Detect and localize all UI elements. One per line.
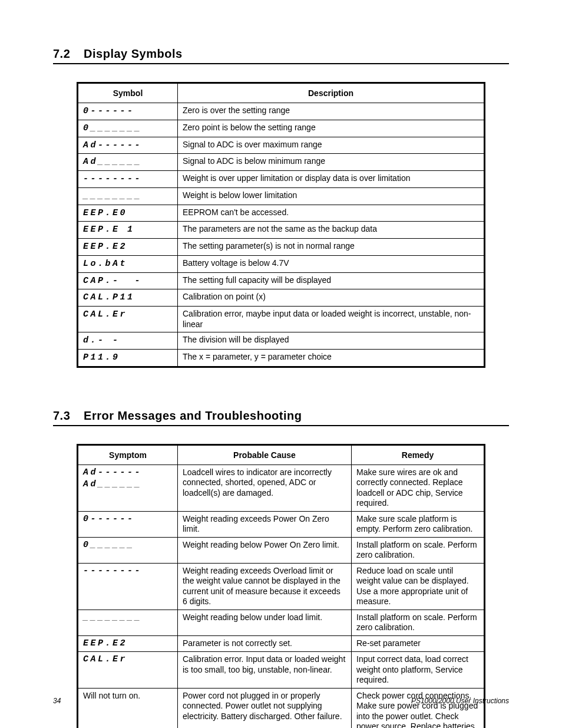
symptom-cell: Will not turn on.	[78, 688, 178, 728]
symbol-cell: --------	[78, 171, 178, 188]
table-row: d.- -The division will be displayed	[78, 332, 485, 350]
symbol-cell: CAP.- -	[78, 272, 178, 289]
description-cell: The parameters are not the same as the b…	[178, 222, 485, 239]
symbol-cell: CAL.P11	[78, 289, 178, 307]
description-cell: Calibration on point (x)	[178, 289, 485, 307]
symptom-cell: 0------	[78, 511, 178, 537]
description-cell: Signal to ADC is over maximum range	[178, 137, 485, 154]
table-row: --------Weight reading exceeds Overload …	[78, 563, 485, 610]
table-header-cause: Probable Cause	[178, 444, 352, 465]
table-row: EEP.E2The setting parameter(s) is not in…	[78, 239, 485, 256]
section-heading-display-symbols: 7.2 Display Symbols	[53, 47, 509, 64]
symbol-cell: d.- -	[78, 332, 178, 350]
section-title: Display Symbols	[84, 47, 183, 60]
display-symbol: EEP.E0	[83, 208, 127, 218]
remedy-cell: Check power cord connections. Make sure …	[352, 688, 485, 728]
description-cell: EEPROM can't be accessed.	[178, 205, 485, 222]
table-row: ________Weight is below lower limitation	[78, 187, 485, 205]
remedy-cell: Install platform on scale. Perform zero …	[352, 610, 485, 635]
description-cell: The x = parameter, y = parameter choice	[178, 349, 485, 367]
table-row: 0_______Zero point is below the setting …	[78, 120, 485, 137]
description-cell: Weight is below lower limitation	[178, 187, 485, 205]
table-row: ________Weight reading below under load …	[78, 610, 485, 635]
symptom-cell: ________	[78, 610, 178, 635]
display-symbol: Lo.bAt	[83, 259, 127, 269]
display-symbol: P11.9	[83, 353, 120, 363]
remedy-cell: Make sure wires are ok and correctly con…	[352, 465, 485, 511]
symbol-cell: Ad------	[78, 137, 178, 154]
symptom-cell: EEP.E2	[78, 635, 178, 652]
symbol-cell: EEP.E0	[78, 205, 178, 222]
table-row: CAL.P11Calibration on point (x)	[78, 289, 485, 307]
display-symbol: EEP.E2	[83, 638, 173, 650]
display-symbol: ________	[83, 191, 142, 201]
display-symbol: CAP.- -	[83, 276, 142, 286]
display-symbol: --------	[83, 174, 142, 184]
display-symbol: CAL.Er	[83, 309, 127, 319]
cause-cell: Parameter is not correctly set.	[178, 635, 352, 652]
symbol-cell: EEP.E 1	[78, 222, 178, 239]
display-symbol: 0------	[83, 514, 173, 525]
page-number: 34	[53, 697, 61, 705]
table-row: 0------Weight reading exceeds Power On Z…	[78, 511, 485, 537]
remedy-cell: Install platform on scale. Perform zero …	[352, 537, 485, 563]
display-symbol: CAL.P11	[83, 292, 135, 302]
display-symbol: Ad______	[83, 479, 173, 490]
cause-cell: Weight reading exceeds Overload limit or…	[178, 563, 352, 610]
error-messages-table: Symptom Probable Cause Remedy Ad------Ad…	[77, 444, 485, 729]
section-title: Error Messages and Troubleshooting	[84, 409, 302, 422]
table-header-symptom: Symptom	[78, 444, 178, 465]
symbol-cell: P11.9	[78, 349, 178, 367]
display-symbol: EEP.E 1	[83, 225, 135, 235]
section-heading-error-messages: 7.3 Error Messages and Troubleshooting	[53, 409, 509, 426]
display-symbol: 0_______	[83, 123, 142, 133]
cause-cell: Weight reading below Power On Zero limit…	[178, 537, 352, 563]
symbol-cell: ________	[78, 187, 178, 205]
table-row: P11.9The x = parameter, y = parameter ch…	[78, 349, 485, 367]
symbol-cell: 0------	[78, 103, 178, 120]
symbol-cell: 0_______	[78, 120, 178, 137]
symbol-cell: EEP.E2	[78, 239, 178, 256]
doc-title: PS1000/2000 User Instructions	[411, 697, 509, 705]
table-row: Ad______Signal to ADC is below minimum r…	[78, 154, 485, 171]
cause-cell: Weight reading exceeds Power On Zero lim…	[178, 511, 352, 537]
remedy-cell: Input correct data, load correct weight …	[352, 652, 485, 689]
table-row: Ad------Ad______Loadcell wires to indica…	[78, 465, 485, 511]
table-row: CAL.ErCalibration error. Input data or l…	[78, 652, 485, 689]
display-symbol: d.- -	[83, 335, 120, 345]
description-cell: Calibration error, maybe input data or l…	[178, 307, 485, 332]
remedy-cell: Reduce load on scale until weight value …	[352, 563, 485, 610]
display-symbol: Ad------	[83, 140, 142, 150]
table-row: --------Weight is over upper limitation …	[78, 171, 485, 188]
symptom-cell: CAL.Er	[78, 652, 178, 689]
table-header-description: Description	[178, 83, 485, 103]
table-row: Will not turn on.Power cord not plugged …	[78, 688, 485, 728]
table-row: CAL.ErCalibration error, maybe input dat…	[78, 307, 485, 332]
display-symbol: --------	[83, 566, 173, 577]
symbol-cell: Lo.bAt	[78, 255, 178, 272]
description-cell: Zero point is below the setting range	[178, 120, 485, 137]
cause-cell: Weight reading below under load limit.	[178, 610, 352, 635]
description-cell: Battery voltage is below 4.7V	[178, 255, 485, 272]
symptom-cell: --------	[78, 563, 178, 610]
symbol-cell: Ad______	[78, 154, 178, 171]
description-cell: The division will be displayed	[178, 332, 485, 350]
display-symbol: Ad------	[83, 467, 173, 479]
symptom-cell: Ad------Ad______	[78, 465, 178, 511]
table-row: EEP.E0EEPROM can't be accessed.	[78, 205, 485, 222]
table-row: Ad------Signal to ADC is over maximum ra…	[78, 137, 485, 154]
symbol-cell: CAL.Er	[78, 307, 178, 332]
cause-cell: Calibration error. Input data or loaded …	[178, 652, 352, 689]
display-symbol: ________	[83, 612, 173, 624]
table-row: CAP.- -The setting full capacity will be…	[78, 272, 485, 289]
description-cell: Zero is over the setting range	[178, 103, 485, 120]
table-row: EEP.E 1The parameters are not the same a…	[78, 222, 485, 239]
description-cell: The setting full capacity will be displa…	[178, 272, 485, 289]
remedy-cell: Make sure scale platform is empty. Perfo…	[352, 511, 485, 537]
description-cell: The setting parameter(s) is not in norma…	[178, 239, 485, 256]
table-header-symbol: Symbol	[78, 83, 178, 103]
display-symbols-table: Symbol Description 0------Zero is over t…	[77, 82, 485, 368]
table-row: 0------Zero is over the setting range	[78, 103, 485, 120]
remedy-cell: Re-set parameter	[352, 635, 485, 652]
table-header-remedy: Remedy	[352, 444, 485, 465]
